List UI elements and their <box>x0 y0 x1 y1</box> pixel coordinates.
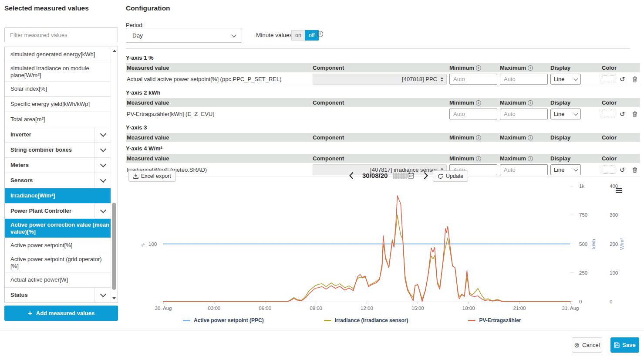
display-select[interactable]: Line <box>550 74 581 85</box>
list-scrollbar[interactable] <box>111 47 118 303</box>
add-measured-values-button[interactable]: + Add measured values <box>4 306 118 321</box>
selected-date[interactable]: 30/08/20 <box>362 172 388 179</box>
minute-values-toggle[interactable]: on off <box>291 30 319 41</box>
axis-cut-scissors-icon[interactable]: ✂ <box>139 241 147 249</box>
minimum-input[interactable] <box>449 109 497 119</box>
info-icon[interactable]: i <box>476 100 481 105</box>
display-select[interactable]: Line <box>550 164 581 175</box>
measured-value-item[interactable]: Active power setpoint (grid operator)[%] <box>5 253 111 272</box>
chart-context-menu-icon[interactable] <box>616 188 622 193</box>
list-item-label: Meters <box>5 158 94 173</box>
info-icon[interactable]: i <box>476 156 481 161</box>
excel-export-button[interactable]: Excel export <box>128 170 176 182</box>
category-item[interactable]: String combiner boxes <box>5 143 111 158</box>
legend-item[interactable]: Irradiance (irradiance sensor) <box>324 317 408 323</box>
header-maximum: Maximumi <box>500 134 550 141</box>
measured-values-list: simulated generated energy[kWh]simulated… <box>4 47 118 303</box>
category-expand-cell[interactable] <box>94 143 111 157</box>
measured-value-item[interactable]: Specific energy yield[kWh/kWp] <box>5 97 111 112</box>
chart: 30. Aug03:0006:0009:0012:0015:0018:0021:… <box>126 182 640 317</box>
measured-value-item[interactable]: Total area[m²] <box>5 112 111 127</box>
cancel-button[interactable]: ⊗ Cancel <box>572 337 602 353</box>
measured-value-item[interactable]: Irradiance[W/m²] <box>5 188 111 204</box>
maximum-input[interactable] <box>500 109 548 119</box>
info-icon[interactable]: i <box>528 135 533 140</box>
series-line-1 <box>163 215 570 302</box>
minimum-input[interactable] <box>449 74 497 85</box>
header-maximum: Maximumi <box>500 155 550 162</box>
list-item-label: simulated irradiance on module plane[W/m… <box>5 62 111 81</box>
info-icon[interactable]: i <box>476 135 481 140</box>
reset-color-icon[interactable]: ↺ <box>620 111 625 117</box>
previous-day-icon[interactable] <box>348 172 354 180</box>
category-expand-cell[interactable] <box>94 158 111 173</box>
circle-x-icon: ⊗ <box>574 342 580 348</box>
trash-icon[interactable] <box>632 76 637 82</box>
color-swatch[interactable] <box>602 166 616 174</box>
info-icon[interactable]: i <box>476 65 481 71</box>
scroll-up-icon[interactable] <box>113 50 116 52</box>
x-axis-tick-label: 21:00 <box>513 306 526 311</box>
info-icon[interactable]: i <box>317 31 323 37</box>
category-expand-cell[interactable] <box>94 173 111 188</box>
list-item-label: Total area[m²] <box>5 112 111 127</box>
measured-value-item[interactable]: Active power setpoint[%] <box>5 238 111 253</box>
category-item[interactable]: Status <box>5 288 111 303</box>
maximum-input[interactable] <box>500 164 548 175</box>
y-axis-section: Y-axis 3Measured valueComponentMinimumiM… <box>126 124 640 142</box>
category-expand-cell[interactable] <box>94 288 111 303</box>
info-icon[interactable]: i <box>528 100 533 105</box>
minimum-cell <box>449 74 500 85</box>
display-select[interactable]: Line <box>550 109 581 119</box>
color-swatch[interactable] <box>602 110 616 118</box>
save-button[interactable]: Save <box>610 337 639 353</box>
component-select[interactable]: [407818] PPC <box>313 74 447 85</box>
measured-value-row: Actual valid active power setpoint[%] (p… <box>126 72 640 86</box>
header-measured-value: Measured value <box>126 155 313 162</box>
info-icon[interactable]: i <box>528 156 533 161</box>
category-expand-cell[interactable] <box>94 204 111 218</box>
next-day-icon[interactable] <box>423 172 429 180</box>
y-axis-section-title: Y-axis 3 <box>126 124 640 131</box>
reset-color-icon[interactable]: ↺ <box>620 167 625 173</box>
update-button[interactable]: Update <box>433 170 468 182</box>
toggle-off-option[interactable]: off <box>305 30 319 41</box>
measured-value-item[interactable]: Actual active power[W] <box>5 272 111 288</box>
measured-value-item[interactable]: simulated generated energy[kWh] <box>5 47 111 62</box>
cancel-label: Cancel <box>582 342 600 348</box>
row-measured-value: Actual valid active power setpoint[%] (p… <box>126 76 313 82</box>
y-axis-title-kwh: kWh <box>591 239 596 249</box>
chart-legend: Active power setpoint (PPC)Irradiance (i… <box>126 317 640 323</box>
y-axis-tick-label: 200 <box>610 241 618 247</box>
measured-value-item[interactable]: Solar index[%] <box>5 82 111 97</box>
filter-measured-values-input[interactable] <box>4 27 118 42</box>
y-axis-section: Y-axis 1 %Measured valueComponentMinimum… <box>126 54 640 86</box>
color-swatch[interactable] <box>602 75 616 83</box>
chevron-down-icon <box>574 111 578 116</box>
toggle-on-option[interactable]: on <box>291 30 305 41</box>
header-measured-value: Measured value <box>126 134 313 141</box>
list-item-label: Actual active power[W] <box>5 272 111 287</box>
maximum-input[interactable] <box>500 74 548 85</box>
redacted-date-year <box>393 173 407 179</box>
info-icon[interactable]: i <box>528 65 533 71</box>
period-select[interactable]: Day <box>126 28 242 43</box>
calendar-icon[interactable] <box>408 172 414 179</box>
legend-item[interactable]: Active power setpoint (PPC) <box>183 317 264 323</box>
scroll-down-icon[interactable] <box>112 297 116 299</box>
legend-item[interactable]: PV-Ertragszähler <box>468 317 521 323</box>
trash-icon[interactable] <box>632 167 637 173</box>
measured-value-item[interactable]: Active power correction value (mean valu… <box>5 219 111 238</box>
color-cell: ↺ <box>598 75 632 83</box>
category-expand-cell[interactable] <box>94 127 111 142</box>
category-item[interactable]: Power Plant Controller <box>5 204 111 219</box>
list-item-label: Solar index[%] <box>5 82 111 96</box>
y-axis-section-title: Y-axis 4 W/m² <box>126 145 640 152</box>
category-item[interactable]: Meters <box>5 158 111 173</box>
category-item[interactable]: Inverter <box>5 127 111 143</box>
measured-value-item[interactable]: simulated irradiance on module plane[W/m… <box>5 62 111 82</box>
category-item[interactable]: Sensors <box>5 173 111 188</box>
scrollbar-thumb[interactable] <box>112 203 116 289</box>
reset-color-icon[interactable]: ↺ <box>620 76 625 82</box>
trash-icon[interactable] <box>632 111 637 117</box>
